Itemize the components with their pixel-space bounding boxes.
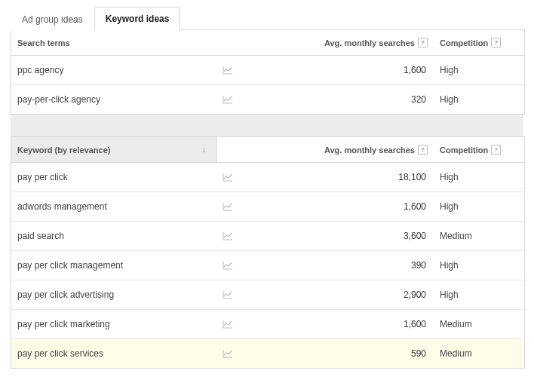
competition-cell: High [434,282,524,308]
table-row[interactable]: pay per click services590Medium [11,339,524,368]
avg-cell: 320 [256,87,434,112]
trend-chart-icon[interactable] [222,320,233,329]
trend-chart-icon[interactable] [222,173,233,182]
term-cell: pay per click management [11,253,216,278]
competition-cell: Medium [434,223,524,249]
avg-cell: 590 [256,341,434,366]
chart-cell [216,341,256,366]
help-icon[interactable]: ? [418,145,428,155]
search-terms-table: Search terms Avg. monthly searches ? Com… [11,29,525,115]
col-keyword-relevance-label: Keyword (by relevance) [17,145,111,155]
col-avg-searches[interactable]: Avg. monthly searches ? [256,137,434,162]
col-competition[interactable]: Competition ? [434,137,524,162]
competition-cell: High [434,87,524,112]
col-search-terms-label: Search terms [17,38,70,47]
avg-cell: 18,100 [256,164,434,190]
competition-cell: High [434,253,524,278]
table-row[interactable]: pay per click marketing1,600Medium [11,310,524,339]
search-terms-header-row: Search terms Avg. monthly searches ? Com… [11,30,524,56]
keyword-ideas-table: Keyword (by relevance) ↓ Avg. monthly se… [11,136,525,369]
col-chart-spacer [216,30,256,55]
avg-cell: 1,600 [256,194,434,219]
tab-ad-group-ideas[interactable]: Ad group ideas [11,8,94,31]
term-cell: pay per click marketing [11,311,216,337]
trend-chart-icon[interactable] [222,202,233,211]
table-row[interactable]: pay per click18,100High [11,163,524,192]
col-avg-label: Avg. monthly searches [324,38,415,47]
chart-cell [216,312,256,336]
col-competition[interactable]: Competition ? [434,30,524,55]
avg-cell: 1,600 [256,57,434,83]
term-cell: pay per click services [11,341,216,366]
term-cell: ppc agency [11,57,216,83]
trend-chart-icon[interactable] [222,95,233,104]
trend-chart-icon[interactable] [222,231,233,240]
col-chart-spacer [217,137,256,162]
table-row[interactable]: ppc agency1,600High [11,56,524,85]
chart-cell [216,87,256,112]
competition-cell: High [434,164,524,190]
tab-keyword-ideas[interactable]: Keyword ideas [94,7,181,31]
chart-cell [216,224,256,248]
sort-arrow-down-icon: ↓ [202,145,206,154]
col-competition-label: Competition [440,145,488,155]
avg-cell: 1,600 [256,311,434,337]
col-competition-label: Competition [440,38,488,47]
table-row[interactable]: pay per click advertising2,900High [11,280,524,310]
chart-cell [216,283,256,307]
chart-cell [216,165,256,189]
section-divider [11,115,523,137]
competition-cell: High [434,57,524,83]
term-cell: pay per click [11,164,216,190]
chart-cell [216,253,256,277]
avg-cell: 390 [256,253,434,278]
trend-chart-icon[interactable] [222,290,233,299]
competition-cell: Medium [434,341,524,366]
competition-cell: High [434,194,524,219]
trend-chart-icon[interactable] [222,66,233,75]
table-row[interactable]: paid search3,600Medium [11,222,524,251]
keyword-ideas-header-row: Keyword (by relevance) ↓ Avg. monthly se… [11,137,524,163]
table-row[interactable]: pay per click management390High [11,251,524,280]
trend-chart-icon[interactable] [222,349,233,358]
avg-cell: 2,900 [256,282,434,308]
term-cell: adwords management [11,194,216,219]
term-cell: pay-per-click agency [11,87,216,112]
table-row[interactable]: pay-per-click agency320High [11,85,524,114]
term-cell: pay per click advertising [11,282,216,308]
competition-cell: Medium [434,311,524,337]
term-cell: paid search [11,223,216,249]
help-icon[interactable]: ? [491,145,501,155]
col-avg-searches[interactable]: Avg. monthly searches ? [256,30,434,55]
avg-cell: 3,600 [256,223,434,249]
table-row[interactable]: adwords management1,600High [11,192,524,222]
help-icon[interactable]: ? [491,38,501,47]
tabs: Ad group ideas Keyword ideas [11,6,523,30]
trend-chart-icon[interactable] [222,261,233,270]
chart-cell [216,194,256,219]
col-avg-label: Avg. monthly searches [324,145,415,155]
col-search-terms[interactable]: Search terms [11,30,216,55]
col-keyword-relevance[interactable]: Keyword (by relevance) ↓ [11,137,217,162]
chart-cell [216,58,256,82]
help-icon[interactable]: ? [418,38,428,47]
